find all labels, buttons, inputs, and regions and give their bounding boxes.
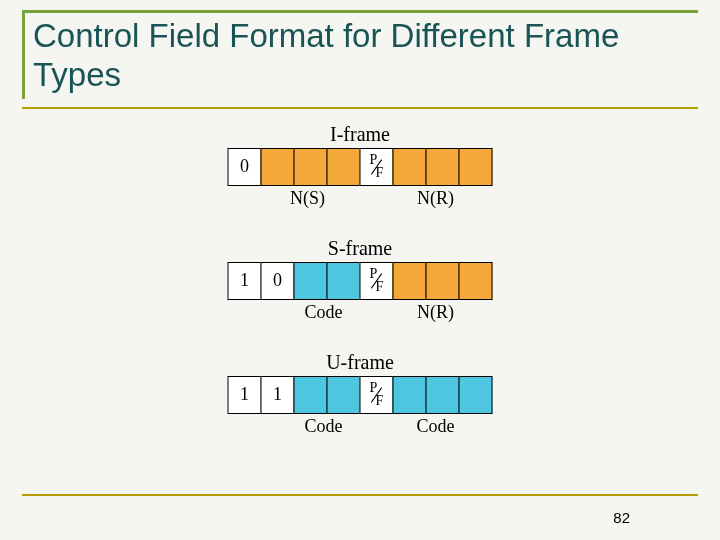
- uframe-cell-pf: P F: [360, 376, 394, 414]
- uframe-cell-3: [327, 376, 361, 414]
- sframe-labels: Code N(R): [228, 302, 493, 323]
- iframe-cell-5: [393, 148, 427, 186]
- pf-icon: P F: [373, 382, 381, 407]
- sframe-cell-1: 0: [261, 262, 295, 300]
- pf-f: F: [376, 167, 384, 180]
- sframe-title: S-frame: [228, 237, 493, 260]
- iframe-title: I-frame: [228, 123, 493, 146]
- iframe-cell-6: [426, 148, 460, 186]
- slide: Control Field Format for Different Frame…: [0, 0, 720, 540]
- footer-rule: [22, 494, 698, 496]
- sframe-label-nr: N(R): [388, 302, 484, 323]
- title-border: Control Field Format for Different Frame…: [22, 10, 698, 99]
- sframe-cells: 1 0 P F: [228, 262, 493, 300]
- sframe-cell-6: [426, 262, 460, 300]
- page-title: Control Field Format for Different Frame…: [33, 17, 698, 95]
- uframe-cells: 1 1 P F: [228, 376, 493, 414]
- spacer: [356, 188, 388, 209]
- sframe-cell-pf: P F: [360, 262, 394, 300]
- uframe-cell-7: [459, 376, 493, 414]
- uframe-cell-0: 1: [228, 376, 262, 414]
- iframe-block: I-frame 0 P F N(S): [228, 123, 493, 209]
- spacer: [228, 302, 292, 323]
- iframe-label-ns: N(S): [260, 188, 356, 209]
- uframe-cell-2: [294, 376, 328, 414]
- spacer: [356, 302, 388, 323]
- uframe-label-code1: Code: [292, 416, 356, 437]
- pf-f: F: [376, 281, 384, 294]
- diagram-area: I-frame 0 P F N(S): [22, 109, 698, 489]
- spacer: [356, 416, 388, 437]
- sframe-label-code: Code: [292, 302, 356, 323]
- iframe-cell-0: 0: [228, 148, 262, 186]
- sframe-cell-7: [459, 262, 493, 300]
- spacer: [228, 416, 292, 437]
- uframe-label-code2: Code: [388, 416, 484, 437]
- pf-icon: P F: [373, 154, 381, 179]
- iframe-cells: 0 P F: [228, 148, 493, 186]
- iframe-cell-1: [261, 148, 295, 186]
- sframe-cell-3: [327, 262, 361, 300]
- sframe-cell-0: 1: [228, 262, 262, 300]
- sframe-cell-5: [393, 262, 427, 300]
- uframe-title: U-frame: [228, 351, 493, 374]
- iframe-label-nr: N(R): [388, 188, 484, 209]
- spacer: [228, 188, 260, 209]
- iframe-labels: N(S) N(R): [228, 188, 493, 209]
- uframe-cell-5: [393, 376, 427, 414]
- uframe-cell-1: 1: [261, 376, 295, 414]
- pf-icon: P F: [373, 268, 381, 293]
- iframe-cell-3: [327, 148, 361, 186]
- iframe-cell-pf: P F: [360, 148, 394, 186]
- uframe-cell-6: [426, 376, 460, 414]
- iframe-cell-7: [459, 148, 493, 186]
- uframe-block: U-frame 1 1 P F Code: [228, 351, 493, 437]
- iframe-cell-2: [294, 148, 328, 186]
- sframe-block: S-frame 1 0 P F Code: [228, 237, 493, 323]
- sframe-cell-2: [294, 262, 328, 300]
- page-number: 82: [613, 509, 630, 526]
- pf-f: F: [376, 395, 384, 408]
- uframe-labels: Code Code: [228, 416, 493, 437]
